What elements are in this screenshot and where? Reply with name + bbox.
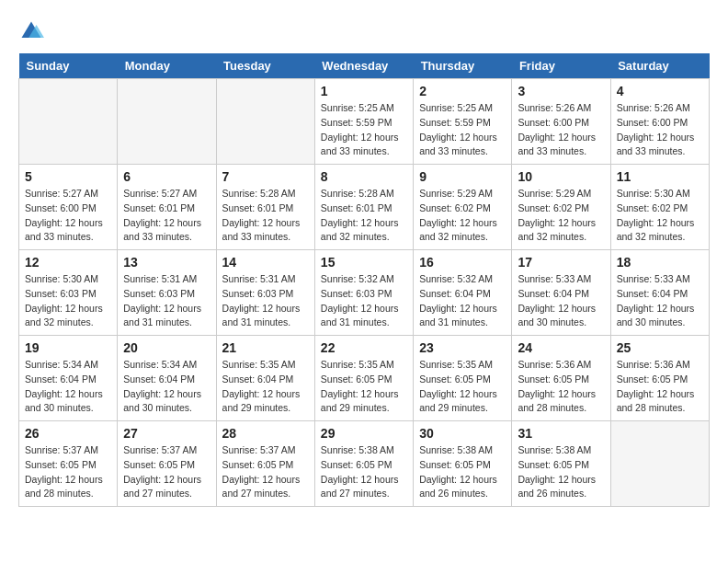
weekday-header-saturday: Saturday [610, 53, 709, 79]
day-info: Sunrise: 5:33 AM Sunset: 6:04 PM Dayligh… [518, 272, 604, 330]
calendar-cell: 13Sunrise: 5:31 AM Sunset: 6:03 PM Dayli… [118, 250, 216, 336]
day-number: 26 [25, 426, 111, 441]
calendar-table: SundayMondayTuesdayWednesdayThursdayFrid… [18, 53, 710, 507]
day-info: Sunrise: 5:27 AM Sunset: 6:00 PM Dayligh… [25, 187, 111, 245]
calendar-cell: 24Sunrise: 5:36 AM Sunset: 6:05 PM Dayli… [512, 336, 610, 421]
day-number: 15 [321, 255, 407, 270]
calendar-cell: 30Sunrise: 5:38 AM Sunset: 6:05 PM Dayli… [414, 421, 512, 507]
day-number: 28 [222, 426, 309, 441]
day-number: 11 [617, 169, 703, 184]
day-info: Sunrise: 5:34 AM Sunset: 6:04 PM Dayligh… [25, 358, 111, 416]
weekday-header-friday: Friday [512, 53, 610, 79]
day-number: 31 [518, 426, 604, 441]
day-info: Sunrise: 5:36 AM Sunset: 6:05 PM Dayligh… [617, 358, 703, 416]
day-number: 23 [419, 340, 506, 355]
day-info: Sunrise: 5:25 AM Sunset: 5:59 PM Dayligh… [321, 101, 407, 159]
calendar-week-row: 5Sunrise: 5:27 AM Sunset: 6:00 PM Daylig… [19, 165, 710, 250]
calendar-cell: 17Sunrise: 5:33 AM Sunset: 6:04 PM Dayli… [512, 250, 610, 336]
day-info: Sunrise: 5:32 AM Sunset: 6:04 PM Dayligh… [419, 272, 506, 330]
calendar-cell: 9Sunrise: 5:29 AM Sunset: 6:02 PM Daylig… [414, 165, 512, 250]
calendar-week-row: 1Sunrise: 5:25 AM Sunset: 5:59 PM Daylig… [19, 79, 710, 165]
day-info: Sunrise: 5:37 AM Sunset: 6:05 PM Dayligh… [25, 443, 111, 501]
day-number: 8 [321, 169, 407, 184]
day-info: Sunrise: 5:35 AM Sunset: 6:05 PM Dayligh… [419, 358, 506, 416]
day-info: Sunrise: 5:38 AM Sunset: 6:05 PM Dayligh… [321, 443, 407, 501]
calendar-cell: 25Sunrise: 5:36 AM Sunset: 6:05 PM Dayli… [610, 336, 709, 421]
calendar-week-row: 12Sunrise: 5:30 AM Sunset: 6:03 PM Dayli… [19, 250, 710, 336]
calendar-cell: 3Sunrise: 5:26 AM Sunset: 6:00 PM Daylig… [512, 79, 610, 165]
day-number: 19 [25, 340, 111, 355]
weekday-header-row: SundayMondayTuesdayWednesdayThursdayFrid… [19, 53, 710, 79]
day-number: 21 [222, 340, 309, 355]
day-info: Sunrise: 5:28 AM Sunset: 6:01 PM Dayligh… [222, 187, 309, 245]
calendar-cell: 4Sunrise: 5:26 AM Sunset: 6:00 PM Daylig… [610, 79, 709, 165]
calendar-cell: 28Sunrise: 5:37 AM Sunset: 6:05 PM Dayli… [216, 421, 314, 507]
calendar-cell: 12Sunrise: 5:30 AM Sunset: 6:03 PM Dayli… [19, 250, 118, 336]
day-info: Sunrise: 5:26 AM Sunset: 6:00 PM Dayligh… [617, 101, 703, 159]
calendar-cell: 19Sunrise: 5:34 AM Sunset: 6:04 PM Dayli… [19, 336, 118, 421]
calendar-cell: 16Sunrise: 5:32 AM Sunset: 6:04 PM Dayli… [414, 250, 512, 336]
logo [18, 18, 46, 44]
day-info: Sunrise: 5:38 AM Sunset: 6:05 PM Dayligh… [419, 443, 506, 501]
calendar-cell: 14Sunrise: 5:31 AM Sunset: 6:03 PM Dayli… [216, 250, 314, 336]
day-number: 14 [222, 255, 309, 270]
calendar-cell: 21Sunrise: 5:35 AM Sunset: 6:04 PM Dayli… [216, 336, 314, 421]
day-number: 1 [321, 84, 407, 98]
calendar-cell: 10Sunrise: 5:29 AM Sunset: 6:02 PM Dayli… [512, 165, 610, 250]
logo-icon [18, 18, 44, 44]
calendar-cell [216, 79, 314, 165]
day-number: 12 [25, 255, 111, 270]
calendar-cell: 22Sunrise: 5:35 AM Sunset: 6:05 PM Dayli… [314, 336, 413, 421]
day-number: 27 [123, 426, 210, 441]
day-info: Sunrise: 5:37 AM Sunset: 6:05 PM Dayligh… [123, 443, 210, 501]
day-info: Sunrise: 5:25 AM Sunset: 5:59 PM Dayligh… [419, 101, 506, 159]
day-info: Sunrise: 5:29 AM Sunset: 6:02 PM Dayligh… [419, 187, 506, 245]
day-number: 25 [617, 340, 703, 355]
calendar-week-row: 19Sunrise: 5:34 AM Sunset: 6:04 PM Dayli… [19, 336, 710, 421]
day-number: 22 [321, 340, 407, 355]
day-info: Sunrise: 5:29 AM Sunset: 6:02 PM Dayligh… [518, 187, 604, 245]
day-number: 3 [518, 84, 604, 98]
day-info: Sunrise: 5:36 AM Sunset: 6:05 PM Dayligh… [518, 358, 604, 416]
day-info: Sunrise: 5:37 AM Sunset: 6:05 PM Dayligh… [222, 443, 309, 501]
calendar-cell: 27Sunrise: 5:37 AM Sunset: 6:05 PM Dayli… [118, 421, 216, 507]
day-info: Sunrise: 5:35 AM Sunset: 6:05 PM Dayligh… [321, 358, 407, 416]
calendar-cell: 2Sunrise: 5:25 AM Sunset: 5:59 PM Daylig… [414, 79, 512, 165]
calendar-cell [19, 79, 118, 165]
day-number: 24 [518, 340, 604, 355]
calendar-cell [610, 421, 709, 507]
day-number: 20 [123, 340, 210, 355]
calendar-cell: 20Sunrise: 5:34 AM Sunset: 6:04 PM Dayli… [118, 336, 216, 421]
day-number: 4 [617, 84, 703, 98]
day-info: Sunrise: 5:31 AM Sunset: 6:03 PM Dayligh… [222, 272, 309, 330]
calendar-cell: 29Sunrise: 5:38 AM Sunset: 6:05 PM Dayli… [314, 421, 413, 507]
weekday-header-monday: Monday [118, 53, 216, 79]
day-info: Sunrise: 5:38 AM Sunset: 6:05 PM Dayligh… [518, 443, 604, 501]
day-number: 2 [419, 84, 506, 98]
calendar-cell: 11Sunrise: 5:30 AM Sunset: 6:02 PM Dayli… [610, 165, 709, 250]
calendar-week-row: 26Sunrise: 5:37 AM Sunset: 6:05 PM Dayli… [19, 421, 710, 507]
calendar-cell: 31Sunrise: 5:38 AM Sunset: 6:05 PM Dayli… [512, 421, 610, 507]
calendar-cell: 18Sunrise: 5:33 AM Sunset: 6:04 PM Dayli… [610, 250, 709, 336]
day-info: Sunrise: 5:26 AM Sunset: 6:00 PM Dayligh… [518, 101, 604, 159]
day-number: 16 [419, 255, 506, 270]
day-info: Sunrise: 5:31 AM Sunset: 6:03 PM Dayligh… [123, 272, 210, 330]
weekday-header-wednesday: Wednesday [314, 53, 413, 79]
calendar-cell: 1Sunrise: 5:25 AM Sunset: 5:59 PM Daylig… [314, 79, 413, 165]
day-number: 29 [321, 426, 407, 441]
day-number: 30 [419, 426, 506, 441]
calendar-cell: 26Sunrise: 5:37 AM Sunset: 6:05 PM Dayli… [19, 421, 118, 507]
day-info: Sunrise: 5:33 AM Sunset: 6:04 PM Dayligh… [617, 272, 703, 330]
day-info: Sunrise: 5:30 AM Sunset: 6:03 PM Dayligh… [25, 272, 111, 330]
calendar-cell [118, 79, 216, 165]
day-number: 9 [419, 169, 506, 184]
day-number: 13 [123, 255, 210, 270]
calendar-cell: 15Sunrise: 5:32 AM Sunset: 6:03 PM Dayli… [314, 250, 413, 336]
calendar-cell: 5Sunrise: 5:27 AM Sunset: 6:00 PM Daylig… [19, 165, 118, 250]
weekday-header-tuesday: Tuesday [216, 53, 314, 79]
calendar-cell: 23Sunrise: 5:35 AM Sunset: 6:05 PM Dayli… [414, 336, 512, 421]
day-info: Sunrise: 5:34 AM Sunset: 6:04 PM Dayligh… [123, 358, 210, 416]
day-info: Sunrise: 5:35 AM Sunset: 6:04 PM Dayligh… [222, 358, 309, 416]
day-info: Sunrise: 5:30 AM Sunset: 6:02 PM Dayligh… [617, 187, 703, 245]
day-info: Sunrise: 5:27 AM Sunset: 6:01 PM Dayligh… [123, 187, 210, 245]
